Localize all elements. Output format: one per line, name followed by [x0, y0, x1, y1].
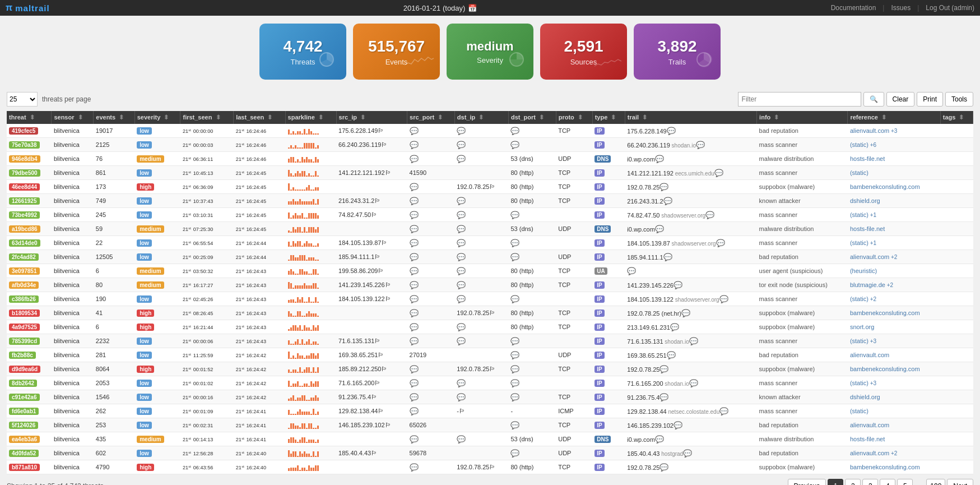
reference-link[interactable]: hosts-file.net: [850, 436, 885, 442]
chat-icon[interactable]: 💬: [667, 351, 676, 359]
chat-icon[interactable]: 💬: [410, 239, 419, 247]
col-sensor[interactable]: sensor ⬍: [52, 111, 94, 124]
threat-badge[interactable]: 12661925: [9, 197, 40, 205]
severity-badge[interactable]: low: [137, 169, 152, 177]
col-src-ip[interactable]: src_ip ⬍: [336, 111, 407, 124]
reference-link[interactable]: (static): [850, 380, 868, 386]
chat-icon[interactable]: 💬: [410, 127, 419, 135]
col-sparkline[interactable]: sparkline ⬍: [285, 111, 336, 124]
severity-badge[interactable]: low: [137, 352, 152, 359]
chat-icon[interactable]: 💬: [510, 449, 519, 458]
chat-icon[interactable]: 💬: [659, 463, 668, 472]
severity-badge[interactable]: high: [137, 366, 154, 373]
threat-badge[interactable]: b871a810: [9, 464, 40, 471]
threat-badge[interactable]: 419cfec5: [9, 127, 38, 135]
chat-icon[interactable]: 💬: [719, 407, 728, 415]
severity-badge[interactable]: high: [137, 464, 154, 471]
chat-icon[interactable]: 💬: [410, 281, 419, 289]
logout-link[interactable]: Log Out (admin): [926, 4, 974, 12]
print-button[interactable]: Print: [917, 92, 943, 107]
chat-icon[interactable]: 💬: [510, 365, 519, 373]
reference-link[interactable]: blutmagie.de: [850, 281, 885, 288]
chat-icon[interactable]: 💬: [410, 337, 419, 345]
threat-badge[interactable]: 75e70a38: [9, 141, 40, 149]
reference-link[interactable]: (static): [850, 211, 868, 218]
col-src-port[interactable]: src_port ⬍: [407, 111, 455, 124]
reference-link[interactable]: bambenekconsluting.com: [850, 310, 920, 316]
reference-link[interactable]: bambenekconsluting.com: [850, 366, 920, 372]
severity-badge[interactable]: high: [137, 183, 154, 191]
reference-link[interactable]: dshield.org: [850, 394, 880, 400]
threat-badge[interactable]: 946e8db4: [9, 155, 40, 163]
page-3-button[interactable]: 3: [862, 479, 878, 485]
page-5-button[interactable]: 5: [897, 479, 913, 485]
chat-icon[interactable]: 💬: [681, 309, 690, 317]
severity-badge[interactable]: medium: [137, 225, 164, 233]
col-first-seen[interactable]: first_seen ⬍: [180, 111, 234, 124]
issues-link[interactable]: Issues: [891, 4, 911, 12]
col-dst-port[interactable]: dst_port ⬍: [508, 111, 556, 124]
threat-badge[interactable]: 5f124026: [9, 422, 38, 429]
chat-icon[interactable]: 💬: [410, 365, 419, 373]
chat-icon[interactable]: 💬: [410, 323, 419, 331]
reference-link[interactable]: dshield.org: [850, 197, 880, 204]
threat-badge[interactable]: ea4eb3a6: [9, 436, 40, 443]
chat-icon[interactable]: 💬: [457, 127, 466, 135]
col-type[interactable]: type ⬍: [592, 111, 625, 124]
prev-page-button[interactable]: Previous: [788, 479, 826, 485]
chat-icon[interactable]: 💬: [410, 253, 419, 261]
chat-icon[interactable]: 💬: [667, 127, 676, 135]
threat-badge[interactable]: c91e42a6: [9, 394, 40, 401]
threat-badge[interactable]: 79dbe500: [9, 169, 40, 177]
page-4-button[interactable]: 4: [880, 479, 895, 485]
threat-badge[interactable]: fd6e0ab1: [9, 408, 39, 415]
chat-icon[interactable]: 💬: [655, 225, 664, 233]
threat-badge[interactable]: d9d9ea6d: [9, 366, 40, 373]
stat-events[interactable]: 515,767 Events: [353, 24, 440, 80]
next-page-button[interactable]: Next: [947, 479, 973, 485]
reference-link[interactable]: hosts-file.net: [850, 155, 885, 162]
chat-icon[interactable]: 💬: [719, 295, 728, 303]
severity-badge[interactable]: low: [137, 239, 152, 247]
threat-badge[interactable]: a19bcd86: [9, 225, 40, 233]
col-events[interactable]: events ⬍: [94, 111, 134, 124]
threat-badge[interactable]: 3e097851: [9, 267, 40, 275]
col-tags[interactable]: tags ⬍: [940, 111, 973, 124]
chat-icon[interactable]: 💬: [510, 379, 519, 387]
chat-icon[interactable]: 💬: [655, 155, 664, 163]
threat-badge[interactable]: c386fb26: [9, 295, 39, 303]
chat-icon[interactable]: 💬: [457, 239, 466, 247]
chat-icon[interactable]: 💬: [410, 407, 419, 415]
chat-icon[interactable]: 💬: [457, 267, 466, 275]
reference-link[interactable]: bambenekconsluting.com: [850, 183, 920, 190]
severity-badge[interactable]: low: [137, 450, 152, 457]
severity-badge[interactable]: high: [137, 324, 154, 331]
threat-badge[interactable]: 46ee8d44: [9, 183, 40, 191]
page-190-button[interactable]: 190: [926, 479, 945, 485]
chat-icon[interactable]: 💬: [670, 323, 679, 331]
chat-icon[interactable]: 💬: [457, 281, 466, 289]
col-severity[interactable]: severity ⬍: [134, 111, 180, 124]
reference-link[interactable]: (static): [850, 338, 868, 344]
chat-icon[interactable]: 💬: [457, 211, 466, 219]
chat-icon[interactable]: 💬: [457, 393, 466, 401]
chat-icon[interactable]: 💬: [410, 267, 419, 275]
severity-badge[interactable]: medium: [137, 155, 164, 163]
chat-icon[interactable]: 💬: [457, 337, 466, 345]
chat-icon[interactable]: 💬: [696, 141, 705, 149]
tools-button[interactable]: Tools: [945, 92, 973, 107]
severity-badge[interactable]: medium: [137, 281, 164, 289]
documentation-link[interactable]: Documentation: [831, 4, 876, 12]
chat-icon[interactable]: 💬: [457, 141, 466, 149]
chat-icon[interactable]: 💬: [457, 295, 466, 303]
severity-badge[interactable]: low: [137, 253, 152, 261]
severity-badge[interactable]: low: [137, 295, 152, 303]
chat-icon[interactable]: 💬: [674, 281, 682, 289]
clear-button[interactable]: Clear: [886, 92, 915, 107]
severity-badge[interactable]: low: [137, 408, 152, 415]
stat-sources[interactable]: 2,591 Sources: [540, 24, 627, 80]
reference-link[interactable]: (static): [850, 239, 868, 246]
reference-link[interactable]: alienvault.com: [850, 450, 889, 456]
col-dst-ip[interactable]: dst_ip ⬍: [454, 111, 508, 124]
threat-badge[interactable]: b1809534: [9, 310, 40, 317]
